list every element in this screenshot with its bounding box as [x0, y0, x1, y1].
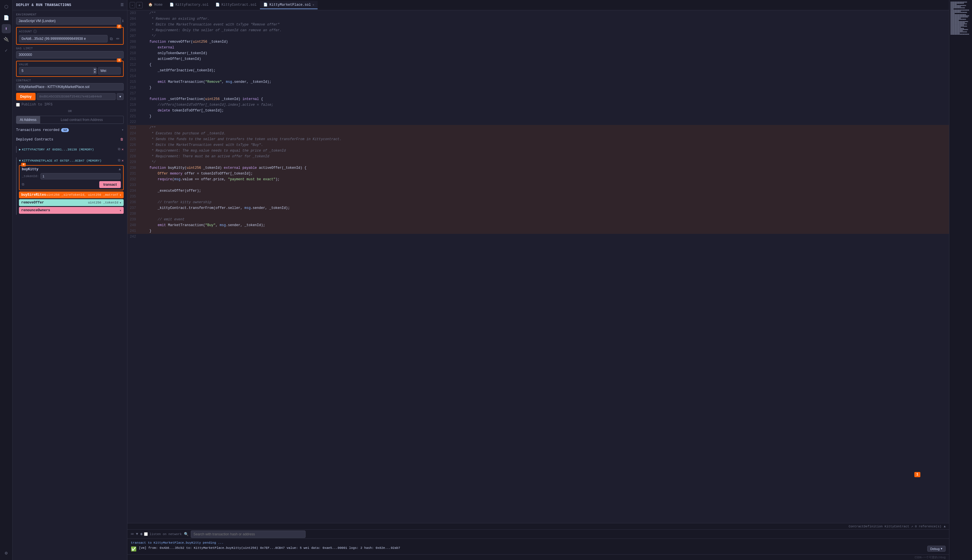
code-content: external	[139, 45, 949, 50]
search-icon: 🔍	[184, 532, 189, 537]
chevron-down-console: ▼	[136, 532, 138, 536]
code-content: * Executes the purchase of _tokenId.	[139, 131, 949, 137]
line-number: 209	[127, 45, 139, 50]
value-row: ▲ ▼ Wei Gwei Ether	[19, 67, 121, 75]
code-row: 230 function buyKitty(uint256 _tokenId) …	[127, 165, 949, 171]
renounce-owners-label: renounceOwners	[21, 208, 50, 212]
at-address-button[interactable]: At Address	[16, 116, 40, 124]
kittyfactory-copy-icon[interactable]: ⧉	[118, 147, 120, 152]
deployed-contracts-delete-icon[interactable]: 🗑	[120, 137, 124, 142]
settings-icon[interactable]: ⚙	[2, 548, 11, 558]
deploy-button[interactable]: Deploy	[16, 93, 35, 100]
tab-kittycontract[interactable]: 📄 KittyContract.sol	[212, 1, 260, 9]
tx-pending-text: transact to KittyMarketPlace.buyKitty pe…	[131, 541, 945, 545]
publish-ipfs-checkbox[interactable]	[16, 103, 20, 107]
code-row: 209 external	[127, 45, 949, 50]
buy-kitty-header: buyKitty ▲	[22, 167, 121, 172]
value-up-btn[interactable]: ▲	[94, 68, 95, 71]
value-input-wrapper: ▲ ▼	[19, 67, 97, 75]
account-info-icon[interactable]: ⓘ	[33, 29, 37, 34]
code-content: }	[139, 85, 949, 90]
kittymarketplace-delete-icon[interactable]: ✕	[122, 158, 124, 163]
code-content: _setOfferInactive(_tokenId);	[139, 68, 949, 73]
line-number: 233	[127, 182, 139, 188]
panel-menu-icon[interactable]: ☰	[120, 3, 124, 7]
code-row: 235	[127, 194, 949, 200]
code-row: 231 Offer memory offer = tokenIdToOffer[…	[127, 171, 949, 177]
debug-button[interactable]: Debug ▾	[927, 546, 945, 552]
kittymarketplace-copy-icon[interactable]: ⧉	[118, 158, 120, 163]
zoom-in-btn[interactable]: +	[136, 2, 142, 8]
remove-offer-btn[interactable]: removeOffer uint256 _tokenId ▾	[19, 199, 124, 206]
listen-label: listen on network	[149, 532, 182, 536]
logo-icon[interactable]: ⬡	[2, 2, 11, 12]
load-contract-button[interactable]: Load contract from Address	[40, 116, 124, 124]
search-input[interactable]	[191, 530, 306, 538]
panel-header: DEPLOY & RUN TRANSACTIONS ☰	[13, 0, 127, 10]
code-area[interactable]: 203 /**204 * Removes an existing offer.2…	[127, 10, 949, 523]
kittymarketplace-name: ▼ KITTYMARKETPLACE AT 0X7EF...8CB47 (MEM…	[19, 159, 102, 162]
code-content: function removeOffer(uint256 _tokenId)	[139, 39, 949, 45]
listen-checkbox[interactable]	[144, 532, 148, 536]
account-section: 2 ACCOUNT ⓘ 0xAb8...35cb2 (99.9999999999…	[16, 27, 124, 45]
panel-body: ENVIRONMENT JavaScript VM (London) ℹ 2 A…	[13, 10, 127, 219]
account-edit-btn[interactable]: ✏	[115, 36, 121, 42]
transactions-recorded-row[interactable]: Transactions recorded 12 ▾	[16, 126, 124, 134]
kittymarketplace-close-tab[interactable]: ✕	[313, 3, 314, 7]
value-input[interactable]	[19, 67, 93, 74]
env-select[interactable]: JavaScript VM (London)	[16, 17, 121, 25]
files-icon[interactable]: 📄	[2, 13, 11, 22]
env-field: ENVIRONMENT JavaScript VM (London) ℹ	[16, 13, 124, 25]
renounce-owners-btn[interactable]: renounceOwners ▾	[19, 207, 124, 214]
tab-home[interactable]: 🏠 Home	[145, 1, 166, 9]
deployed-contracts-header: Deployed Contracts 🗑	[16, 136, 124, 143]
minimap-code: ████████████████████████████████ ███████…	[949, 0, 972, 37]
code-row: 218 function _setOfferInactive(uint256 _…	[127, 96, 949, 102]
tokenid-input[interactable]	[40, 173, 121, 179]
value-section-number: 3	[117, 58, 121, 62]
line-number: 203	[127, 10, 139, 16]
line-number: 234	[127, 188, 139, 194]
kittyfactory-delete-icon[interactable]: ✕	[122, 147, 124, 152]
buy-kitty-copy-icon[interactable]: ⧉	[22, 183, 24, 187]
code-content: {	[139, 62, 949, 68]
gas-limit-input[interactable]: 3000000	[16, 51, 124, 58]
line-number: 210	[127, 50, 139, 56]
deploy-chevron-btn[interactable]: ▾	[117, 93, 124, 100]
tab-kittymarketplace[interactable]: 📄 KittyMarketPlace.sol ✕	[260, 1, 318, 9]
value-down-btn[interactable]: ▼	[94, 71, 95, 74]
account-copy-btn[interactable]: ⧉	[109, 36, 114, 42]
value-unit-select[interactable]: Wei Gwei Ether	[98, 67, 121, 75]
kittyfactory-tab-label: KittyFactory.sol	[176, 3, 209, 7]
value-section: 3 VALUE ▲ ▼ Wei Gwei Ether	[16, 61, 124, 77]
tab-kittyfactory[interactable]: 📄 KittyFactory.sol	[166, 1, 212, 9]
code-content: delete tokenIdToOffer[_tokenId];	[139, 108, 949, 113]
code-row: 238	[127, 211, 949, 217]
line-number: 241	[127, 228, 139, 234]
tx-success-row: ✅ [vm] from: 0xAb8...35cb2 to: KittyMark…	[131, 546, 945, 552]
kittymarketplace-tab-icon: 📄	[263, 3, 268, 7]
plugin-icon[interactable]: 🔌	[2, 35, 11, 44]
code-row: 221 }	[127, 113, 949, 119]
transact-button[interactable]: transact	[99, 181, 121, 188]
code-row: 237 _kittyContract.transferFrom(offer.se…	[127, 205, 949, 211]
account-select[interactable]: 0xAb8...35cb2 (99.99999999999849938 e	[19, 35, 107, 42]
code-row: 227 * Requirement: The msg.value needs t…	[127, 148, 949, 153]
value-label: VALUE	[19, 63, 121, 66]
code-row: 214	[127, 73, 949, 79]
kittyfactory-header[interactable]: ▶ KITTYFACTORY AT 0XD91...39138 (MEMORY)…	[19, 146, 124, 153]
env-info-icon[interactable]: ℹ	[122, 19, 124, 23]
deploy-icon[interactable]: ⬆	[2, 24, 11, 33]
icon-rail: ⬡ 📄 ⬆ 🔌 ✓ ⚙	[0, 0, 13, 560]
code-row: 232 require(msg.value == offer.price, "p…	[127, 177, 949, 182]
zoom-out-btn[interactable]: -	[130, 2, 135, 8]
contract-select[interactable]: KittyMarketPlace - KITTY/KittyMarketPlac…	[16, 83, 124, 90]
line-number: 221	[127, 113, 139, 119]
buy-sire-rites-btn[interactable]: buySireRites uint256 _sireTokenId, uint2…	[19, 192, 124, 198]
line-number: 219	[127, 102, 139, 108]
contract-def-chevron[interactable]: ▲	[944, 525, 945, 528]
compile-icon[interactable]: ✓	[2, 46, 11, 55]
buy-kitty-chevron[interactable]: ▲	[119, 167, 121, 172]
kittymarketplace-header[interactable]: ▼ KITTYMARKETPLACE AT 0X7EF...8CB47 (MEM…	[19, 157, 124, 164]
line-number: 227	[127, 148, 139, 153]
